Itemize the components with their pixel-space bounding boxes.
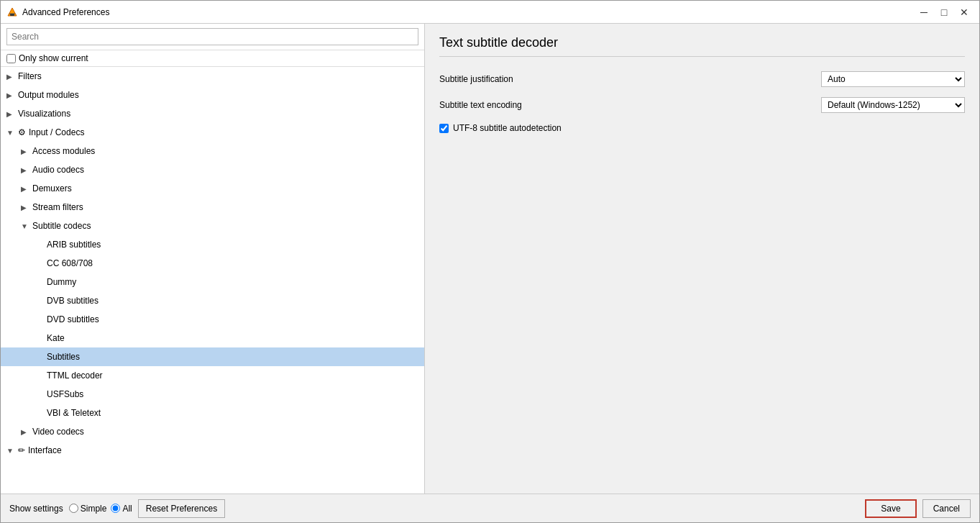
tree-item-kate[interactable]: Kate [1,329,424,347]
subtitle-justification-select[interactable]: Auto Left Center Right [821,71,965,87]
arrow-icon: ▶ [21,185,31,193]
title-bar-left: Advanced Preferences [6,6,109,18]
item-label: Input / Codecs [29,127,84,137]
cancel-button[interactable]: Cancel [922,499,971,518]
arrow-icon: ▶ [21,428,31,436]
item-label: Subtitle codecs [32,221,91,231]
utf8-autodetect-label: UTF-8 subtitle autodetection [453,123,562,133]
reset-preferences-button[interactable]: Reset Preferences [138,499,225,518]
item-label: CC 608/708 [47,258,93,268]
search-input[interactable] [6,28,418,45]
tree-item-dummy[interactable]: Dummy [1,273,424,291]
item-label: USFSubs [47,389,83,399]
subtitle-justification-row: Subtitle justification Auto Left Center … [439,71,965,87]
item-label: TTML decoder [47,370,103,381]
item-label: Kate [47,333,65,343]
tree-container[interactable]: ▶Filters▶Output modules▶Visualizations▼⚙… [1,67,424,494]
arrow-icon: ▶ [21,204,31,212]
panel-title: Text subtitle decoder [439,35,965,57]
tree-item-arib-subtitles[interactable]: ARIB subtitles [1,235,424,254]
arrow-icon: ▶ [21,166,31,174]
subtitle-encoding-label: Subtitle text encoding [439,100,821,110]
item-label: Audio codecs [32,165,84,175]
arrow-icon: ▶ [6,110,17,118]
radio-all-label: All [122,504,132,514]
utf8-autodetect-checkbox[interactable] [439,124,449,133]
item-label: Visualizations [18,109,70,119]
tree-item-audio-codecs[interactable]: ▶Audio codecs [1,160,424,179]
subtitle-encoding-select[interactable]: Default (Windows-1252) UTF-8 UTF-16 ISO-… [821,97,965,113]
tree-item-vbi-teletext[interactable]: VBI & Teletext [1,404,424,422]
tree-item-subtitle-codecs[interactable]: ▼Subtitle codecs [1,217,424,235]
tree-item-dvd-subtitles[interactable]: DVD subtitles [1,310,424,329]
tree-item-stream-filters[interactable]: ▶Stream filters [1,198,424,217]
arrow-icon: ▼ [21,222,31,230]
item-icon: ✏ [18,445,25,455]
radio-simple: Simple [69,504,107,514]
tree-item-usfsubs[interactable]: USFSubs [1,385,424,404]
arrow-icon: ▶ [6,91,17,99]
tree-item-dvb-subtitles[interactable]: DVB subtitles [1,291,424,310]
tree-item-subtitles[interactable]: Subtitles [1,347,424,366]
maximize-button[interactable]: □ [935,3,953,22]
show-settings-label: Show settings [9,504,63,514]
subtitle-justification-control: Auto Left Center Right [821,71,965,87]
item-label: ARIB subtitles [47,240,101,250]
item-label: Dummy [47,277,76,287]
main-window: Advanced Preferences ─ □ ✕ Only show cur… [0,0,980,523]
arrow-icon: ▼ [6,129,17,137]
tree-item-visualizations[interactable]: ▶Visualizations [1,104,424,123]
tree-item-cc608-708[interactable]: CC 608/708 [1,254,424,273]
left-panel: Only show current ▶Filters▶Output module… [1,24,425,494]
radio-simple-input[interactable] [69,504,78,513]
tree-item-video-codecs[interactable]: ▶Video codecs [1,422,424,441]
radio-all-input[interactable] [111,504,120,513]
bottom-right: Save Cancel [865,499,971,518]
tree-item-demuxers[interactable]: ▶Demuxers [1,179,424,198]
item-label: DVB subtitles [47,296,99,306]
close-button[interactable]: ✕ [955,3,974,22]
subtitle-encoding-control: Default (Windows-1252) UTF-8 UTF-16 ISO-… [821,97,965,113]
tree-item-interface[interactable]: ▼✏Interface [1,441,424,460]
item-label: Stream filters [32,202,83,212]
subtitle-justification-label: Subtitle justification [439,74,821,84]
tree-item-filters[interactable]: ▶Filters [1,67,424,86]
main-content: Only show current ▶Filters▶Output module… [1,24,979,494]
right-panel: Text subtitle decoder Subtitle justifica… [425,24,979,494]
minimize-button[interactable]: ─ [915,3,933,22]
tree-item-input-codecs[interactable]: ▼⚙Input / Codecs [1,123,424,142]
utf8-autodetect-row: UTF-8 subtitle autodetection [439,123,965,133]
bottom-left: Show settings Simple All Reset Preferenc… [9,499,225,518]
item-label: Output modules [18,90,79,100]
only-show-current-checkbox[interactable] [6,54,16,63]
window-title: Advanced Preferences [22,7,109,17]
tree-item-ttml-decoder[interactable]: TTML decoder [1,366,424,385]
tree-item-output-modules[interactable]: ▶Output modules [1,86,424,104]
radio-simple-label: Simple [81,504,107,514]
bottom-bar: Show settings Simple All Reset Preferenc… [1,494,979,522]
subtitle-encoding-row: Subtitle text encoding Default (Windows-… [439,97,965,113]
item-label: Access modules [32,146,95,156]
tree-item-access-modules[interactable]: ▶Access modules [1,142,424,160]
save-button[interactable]: Save [865,499,916,518]
only-show-current-label: Only show current [19,53,88,63]
title-bar: Advanced Preferences ─ □ ✕ [1,1,979,24]
item-label: Interface [28,445,62,455]
item-label: Filters [18,71,42,81]
only-show-current-row: Only show current [1,50,424,67]
item-label: DVD subtitles [47,314,99,324]
item-label: Demuxers [32,183,72,194]
title-controls: ─ □ ✕ [915,3,974,22]
item-icon: ⚙ [18,127,26,137]
arrow-icon: ▶ [6,73,17,81]
item-label: Video codecs [32,427,84,437]
arrow-icon: ▼ [6,447,17,455]
search-bar [1,24,424,50]
item-label: Subtitles [47,352,80,362]
vlc-icon [6,6,18,18]
arrow-icon: ▶ [21,147,31,155]
item-label: VBI & Teletext [47,408,101,418]
radio-group: Simple All [69,504,132,514]
radio-all: All [111,504,132,514]
